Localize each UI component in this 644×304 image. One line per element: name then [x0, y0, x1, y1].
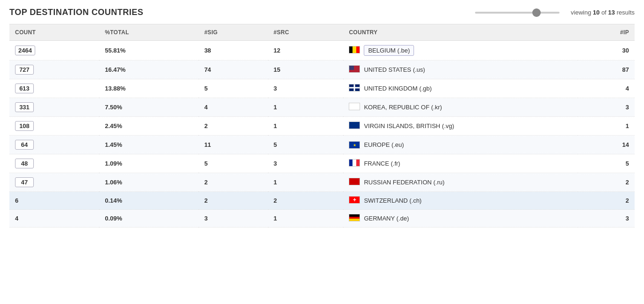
cell-sig: 5: [199, 154, 268, 173]
flag-eu: ★: [349, 141, 360, 149]
cell-country: ★EUROPE (.eu): [343, 136, 578, 154]
slider-container[interactable]: [475, 12, 560, 14]
cell-sig: 2: [199, 117, 268, 136]
cell-ip: 1: [578, 117, 635, 136]
cell-ip: 2: [578, 192, 635, 210]
country-name: UNITED KINGDOM (.gb): [364, 85, 431, 92]
cell-percent: 1.45%: [99, 136, 199, 154]
cell-src: 12: [268, 41, 344, 61]
cell-sig: 38: [199, 41, 268, 61]
country-name: FRANCE (.fr): [364, 160, 400, 167]
table-wrapper: COUNT %TOTAL #SIG #SRC COUNTRY #IP 24645…: [9, 24, 635, 228]
cell-sig: 2: [199, 192, 268, 210]
country-name: RUSSIAN FEDERATION (.ru): [364, 179, 445, 186]
cell-src: 1: [268, 173, 344, 192]
col-ip: #IP: [578, 24, 635, 41]
page-title: TOP DESTINATION COUNTRIES: [9, 8, 144, 17]
cell-country: FRANCE (.fr): [343, 154, 578, 173]
cell-count: 108: [9, 117, 99, 136]
cell-count: 4: [9, 210, 99, 228]
cell-percent: 1.06%: [99, 173, 199, 192]
country-name: VIRGIN ISLANDS, BRITISH (.vg): [364, 122, 454, 129]
cell-sig: 4: [199, 98, 268, 117]
cell-percent: 1.09%: [99, 154, 199, 173]
cell-sig: 74: [199, 61, 268, 79]
country-name: EUROPE (.eu): [364, 141, 404, 148]
table-row: 3317.50%41KOREA, REPUBLIC OF (.kr)3: [9, 98, 635, 117]
count-box: 47: [15, 177, 34, 187]
count-box: 108: [15, 121, 34, 131]
cell-sig: 2: [199, 173, 268, 192]
cell-percent: 55.81%: [99, 41, 199, 61]
country-name: KOREA, REPUBLIC OF (.kr): [364, 104, 442, 111]
table-row: 1082.45%21VIRGIN ISLANDS, BRITISH (.vg)1: [9, 117, 635, 136]
cell-percent: 13.88%: [99, 79, 199, 98]
country-name: UNITED STATES (.us): [364, 66, 425, 73]
cell-country: KOREA, REPUBLIC OF (.kr): [343, 98, 578, 117]
flag-ru: [349, 178, 360, 185]
cell-src: 5: [268, 136, 344, 154]
table-row: 641.45%115★EUROPE (.eu)14: [9, 136, 635, 154]
count-box: 64: [15, 140, 34, 150]
table-row: 72716.47%7415UNITED STATES (.us)87: [9, 61, 635, 79]
cell-src: 3: [268, 154, 344, 173]
cell-ip: 3: [578, 210, 635, 228]
cell-ip: 3: [578, 98, 635, 117]
cell-country: UNITED KINGDOM (.gb): [343, 79, 578, 98]
col-src: #SRC: [268, 24, 344, 41]
col-country: COUNTRY: [343, 24, 578, 41]
table-row: 61313.88%53UNITED KINGDOM (.gb)4: [9, 79, 635, 98]
main-container: TOP DESTINATION COUNTRIES viewing 10 of …: [0, 0, 644, 235]
flag-kr: [349, 103, 360, 110]
table-row: 246455.81%3812BELGIUM (.be)30: [9, 41, 635, 61]
flag-de: [349, 214, 360, 221]
flag-vg: [349, 122, 360, 129]
count-box: 613: [15, 84, 34, 93]
cell-src: 1: [268, 117, 344, 136]
cell-count: 47: [9, 173, 99, 192]
col-count: COUNT: [9, 24, 99, 41]
country-name: BELGIUM (.be): [364, 45, 414, 56]
header-right: viewing 10 of 13 results: [475, 9, 635, 16]
cell-country: UNITED STATES (.us): [343, 61, 578, 79]
flag-us: [349, 65, 360, 73]
cell-count: 727: [9, 61, 99, 79]
col-sig: #SIG: [199, 24, 268, 41]
cell-src: 15: [268, 61, 344, 79]
cell-sig: 11: [199, 136, 268, 154]
cell-country: GERMANY (.de): [343, 210, 578, 228]
table-row: 60.14%22SWITZERLAND (.ch)2: [9, 192, 635, 210]
cell-percent: 0.09%: [99, 210, 199, 228]
viewing-text: viewing 10 of 13 results: [571, 9, 635, 16]
cell-count: 6: [9, 192, 99, 210]
cell-count: 64: [9, 136, 99, 154]
cell-count: 331: [9, 98, 99, 117]
viewing-total: 13: [608, 9, 615, 16]
flag-fr: [349, 159, 360, 167]
cell-percent: 2.45%: [99, 117, 199, 136]
cell-country: BELGIUM (.be): [343, 41, 578, 61]
cell-ip: 5: [578, 154, 635, 173]
results-slider[interactable]: [475, 12, 560, 14]
cell-country: RUSSIAN FEDERATION (.ru): [343, 173, 578, 192]
cell-sig: 5: [199, 79, 268, 98]
header-row: TOP DESTINATION COUNTRIES viewing 10 of …: [9, 8, 635, 17]
cell-ip: 2: [578, 173, 635, 192]
flag-gb: [349, 84, 360, 91]
country-name: GERMANY (.de): [364, 215, 409, 222]
count-box: 727: [15, 65, 34, 75]
data-table: COUNT %TOTAL #SIG #SRC COUNTRY #IP 24645…: [9, 24, 635, 228]
cell-src: 1: [268, 98, 344, 117]
cell-count: 48: [9, 154, 99, 173]
flag-be: [349, 46, 360, 53]
cell-ip: 4: [578, 79, 635, 98]
cell-sig: 3: [199, 210, 268, 228]
cell-ip: 14: [578, 136, 635, 154]
cell-percent: 16.47%: [99, 61, 199, 79]
cell-ip: 87: [578, 61, 635, 79]
cell-country: VIRGIN ISLANDS, BRITISH (.vg): [343, 117, 578, 136]
table-header-row: COUNT %TOTAL #SIG #SRC COUNTRY #IP: [9, 24, 635, 41]
flag-ch: [349, 196, 360, 204]
col-percent: %TOTAL: [99, 24, 199, 41]
viewing-current: 10: [593, 9, 599, 16]
